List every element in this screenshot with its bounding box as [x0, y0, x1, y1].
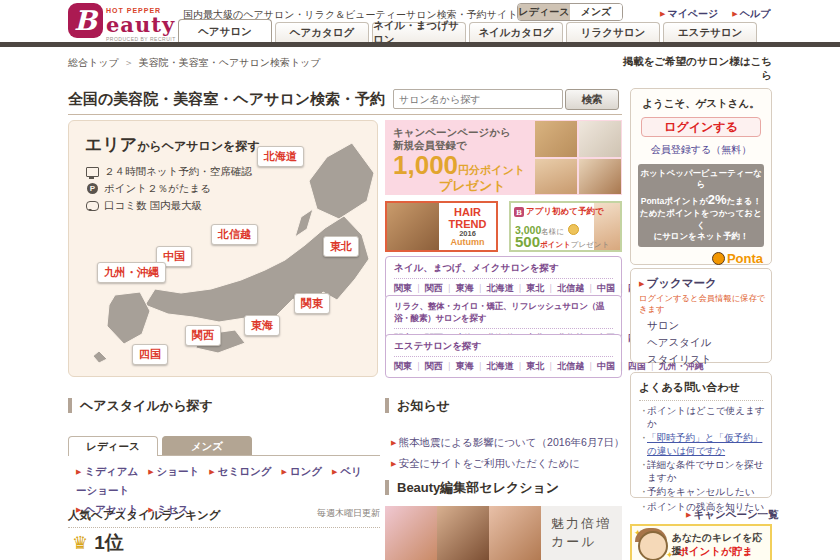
- separator: ｜: [617, 361, 626, 371]
- trend-model-photo: [387, 203, 439, 250]
- hairstyle-tab-mens[interactable]: メンズ: [162, 436, 252, 456]
- category-region-links: 関東｜関西｜東海｜北海道｜東北｜北信越｜中国｜四国｜九州・沖縄: [394, 279, 613, 295]
- tab-esthe-salon[interactable]: エステサロン: [663, 22, 757, 43]
- separator: ｜: [445, 283, 454, 293]
- separator: ｜: [515, 283, 524, 293]
- region-button-kansai[interactable]: 関西: [185, 325, 221, 346]
- area-search-box: エリアからヘアサロンを探す ２４時間ネット予約・空席確認 Pポイント２％がたまる…: [68, 120, 378, 377]
- separator: ｜: [586, 361, 595, 371]
- region-button-tokai[interactable]: 東海: [244, 315, 280, 336]
- arrow-icon: ▶: [639, 280, 644, 287]
- region-link[interactable]: 北信越: [557, 361, 584, 371]
- help-link[interactable]: ▶ヘルプ: [732, 7, 770, 21]
- region-link[interactable]: 中国: [597, 361, 615, 371]
- hairstyle-link[interactable]: ショート: [148, 465, 199, 477]
- category-title: ネイル、まつげ、メイクサロンを探す: [394, 262, 613, 279]
- separator: ｜: [414, 283, 423, 293]
- region-link[interactable]: 東北: [526, 361, 544, 371]
- region-button-kyushu-okinawa[interactable]: 九州・沖縄: [97, 262, 166, 283]
- welcome-message: ようこそ、ゲストさん。: [631, 97, 771, 111]
- tab-nail-catalog[interactable]: ネイルカタログ: [469, 22, 563, 43]
- login-button[interactable]: ログインする: [641, 117, 761, 137]
- mypage-link[interactable]: ▶マイページ: [660, 7, 718, 21]
- ponta-logo: Ponta: [631, 251, 763, 266]
- logo-b-icon: B: [68, 3, 103, 38]
- category-region-links: 関東｜関西｜東海｜北海道｜東北｜北信越｜中国｜四国｜九州・沖縄: [394, 357, 613, 373]
- area-box-title: エリアからヘアサロンを探す: [85, 133, 260, 156]
- campaign-banner[interactable]: キャンペーンページから 新規会員登録で 1,000円分ポイント プレゼント: [385, 120, 622, 195]
- hairstyle-link[interactable]: ロング: [281, 465, 322, 477]
- breadcrumb-home[interactable]: 総合トップ: [68, 57, 119, 68]
- region-link[interactable]: 東海: [456, 361, 474, 371]
- campaign-amount: 1,000: [393, 150, 458, 180]
- bookmark-link[interactable]: ヘアスタイル: [647, 336, 771, 350]
- faq-link[interactable]: ポイントはどこで使えますか: [639, 405, 765, 430]
- ad-line2: ポイントが貯まる！: [678, 545, 770, 560]
- news-link-safety[interactable]: ▶安全にサイトをご利用いただくために: [391, 457, 624, 471]
- faq-link[interactable]: 予約をキャンセルしたい: [639, 486, 765, 499]
- news-link-earthquake[interactable]: ▶熊本地震による影響について（2016年6月7日）: [391, 436, 624, 450]
- region-button-tohoku[interactable]: 東北: [323, 236, 359, 257]
- gender-toggle-mens[interactable]: メンズ: [570, 4, 622, 20]
- ponta-promo: ホットペッパービューティーなら Pontaポイントが2%たまる！ ためたポイント…: [638, 164, 764, 247]
- hairstyle-section-title: ヘアスタイルから探す: [68, 398, 213, 413]
- gender-toggle: レディース メンズ: [517, 3, 623, 21]
- bookmark-note: ログインすると会員情報に保存できます: [639, 293, 771, 315]
- search-button[interactable]: 検索: [565, 89, 619, 110]
- bookmark-link[interactable]: スタイリスト: [647, 353, 771, 367]
- bookmark-link[interactable]: サロン: [647, 319, 771, 333]
- feature-net-reservation: ２４時間ネット予約・空席確認: [85, 163, 252, 180]
- title-divider: [68, 114, 622, 115]
- ranking-first-place[interactable]: ♛ 1位: [72, 530, 124, 556]
- separator: ｜: [617, 283, 626, 293]
- campaign-photo-collage: [534, 120, 622, 195]
- faq-link[interactable]: 「即時予約」と「仮予約」の違いは何ですか: [639, 432, 765, 457]
- gender-toggle-ladies[interactable]: レディース: [518, 4, 570, 20]
- card-loan-ad-banner[interactable]: ✦ ✦ あなたのキレイを応援！ ポイントが貯まる！ カードローン: [630, 524, 772, 560]
- tab-relax-salon[interactable]: リラクサロン: [566, 22, 660, 43]
- esthe-salon-search-box: エステサロンを探す 関東｜関西｜東海｜北海道｜東北｜北信越｜中国｜四国｜九州・沖…: [385, 334, 622, 378]
- campaign-unit: 円分ポイント: [458, 164, 525, 176]
- campaign-list-link[interactable]: ▶キャンペーン一覧: [686, 508, 779, 522]
- register-link[interactable]: 会員登録する（無料）: [631, 143, 771, 157]
- region-link[interactable]: 東北: [526, 283, 544, 293]
- region-button-kanto[interactable]: 関東: [294, 293, 330, 314]
- site-header: B HOT PEPPER eauty PRODUCED BY RECRUIT 国…: [0, 0, 840, 42]
- region-link[interactable]: 関西: [425, 283, 443, 293]
- hairstyle-tab-ladies[interactable]: レディース: [68, 436, 158, 456]
- hot-pepper-beauty-page: B HOT PEPPER eauty PRODUCED BY RECRUIT 国…: [0, 0, 840, 560]
- region-button-shikoku[interactable]: 四国: [132, 344, 168, 365]
- selection-banner[interactable]: 魅力倍増カール: [385, 506, 622, 560]
- region-button-hokushinetsu[interactable]: 北信越: [211, 224, 258, 245]
- faq-list: ポイントはどこで使えますか「即時予約」と「仮予約」の違いは何ですか詳細な条件でサ…: [639, 405, 765, 513]
- login-box: ようこそ、ゲストさん。 ログインする 会員登録する（無料） ホットペッパービュー…: [630, 88, 772, 265]
- rank1-label: 1位: [94, 530, 124, 556]
- site-logo[interactable]: B HOT PEPPER eauty PRODUCED BY RECRUIT: [68, 3, 176, 42]
- region-link[interactable]: 関東: [394, 361, 412, 371]
- region-link[interactable]: 北海道: [486, 361, 513, 371]
- page-title: 全国の美容院・美容室・ヘアサロン検索・予約: [68, 90, 385, 109]
- separator: ｜: [546, 283, 555, 293]
- region-link[interactable]: 関東: [394, 283, 412, 293]
- app-campaign-banner[interactable]: B アプリ初めて予約で 3,000名様に 500ポイントプレゼント: [509, 201, 622, 252]
- region-link[interactable]: 関西: [425, 361, 443, 371]
- tab-hair-catalog[interactable]: ヘアカタログ: [275, 22, 369, 43]
- category-title: エステサロンを探す: [394, 340, 613, 357]
- separator: ｜: [586, 283, 595, 293]
- bookmark-box: ▶ブックマーク ログインすると会員情報に保存できます サロンヘアスタイルスタイリ…: [630, 268, 772, 363]
- hairstyle-link[interactable]: セミロング: [209, 465, 271, 477]
- hairstyle-link[interactable]: ミディアム: [76, 465, 138, 477]
- salon-search-input[interactable]: [393, 89, 563, 109]
- region-link[interactable]: 北信越: [557, 283, 584, 293]
- region-link[interactable]: 中国: [597, 283, 615, 293]
- hair-trend-banner[interactable]: HAIR TREND 2016 Autumn: [385, 201, 498, 252]
- tab-nail-salon[interactable]: ネイル・まつげサロン: [372, 22, 466, 43]
- separator: ｜: [476, 283, 485, 293]
- region-link[interactable]: 東海: [456, 283, 474, 293]
- salon-owner-link[interactable]: 掲載をご希望のサロン様はこちら: [622, 55, 772, 83]
- selection-section-title: Beauty編集部セレクション: [385, 480, 559, 495]
- faq-link[interactable]: 詳細な条件でサロンを探せますか: [639, 459, 765, 484]
- region-link[interactable]: 北海道: [486, 283, 513, 293]
- region-button-hokkaido[interactable]: 北海道: [257, 146, 304, 167]
- tab-hair-salon[interactable]: ヘアサロン: [178, 19, 272, 43]
